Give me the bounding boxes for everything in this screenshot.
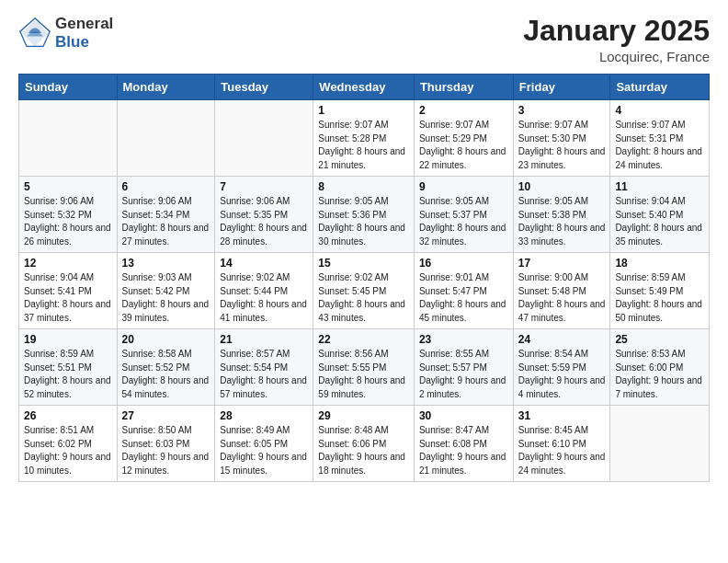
day-number: 19 (24, 333, 112, 346)
day-info: Sunrise: 9:06 AMSunset: 5:34 PMDaylight:… (122, 195, 210, 248)
table-row: 6Sunrise: 9:06 AMSunset: 5:34 PMDaylight… (117, 177, 215, 253)
day-number: 16 (419, 257, 508, 270)
day-info: Sunrise: 8:54 AMSunset: 5:59 PMDaylight:… (518, 348, 606, 401)
calendar-row-2: 12Sunrise: 9:04 AMSunset: 5:41 PMDayligh… (19, 253, 710, 329)
table-row: 19Sunrise: 8:59 AMSunset: 5:51 PMDayligh… (19, 329, 118, 406)
day-number: 9 (419, 180, 508, 193)
day-number: 23 (419, 333, 508, 346)
day-info: Sunrise: 8:58 AMSunset: 5:52 PMDaylight:… (122, 348, 210, 401)
table-row: 28Sunrise: 8:49 AMSunset: 6:05 PMDayligh… (215, 406, 313, 482)
day-number: 29 (318, 409, 409, 422)
table-row: 26Sunrise: 8:51 AMSunset: 6:02 PMDayligh… (19, 406, 118, 482)
day-info: Sunrise: 9:01 AMSunset: 5:47 PMDaylight:… (419, 271, 508, 325)
table-row (19, 100, 118, 177)
day-info: Sunrise: 9:07 AMSunset: 5:28 PMDaylight:… (318, 119, 409, 172)
table-row: 31Sunrise: 8:45 AMSunset: 6:10 PMDayligh… (513, 406, 610, 482)
col-thursday: Thursday (414, 75, 513, 100)
day-info: Sunrise: 8:51 AMSunset: 6:02 PMDaylight:… (24, 424, 112, 477)
day-info: Sunrise: 8:45 AMSunset: 6:10 PMDaylight:… (518, 424, 606, 477)
table-row (215, 100, 313, 177)
col-monday: Monday (117, 75, 215, 100)
day-number: 7 (220, 180, 308, 193)
day-number: 15 (318, 257, 409, 270)
day-info: Sunrise: 8:57 AMSunset: 5:54 PMDaylight:… (220, 348, 308, 401)
day-info: Sunrise: 9:04 AMSunset: 5:40 PMDaylight:… (615, 195, 704, 248)
col-tuesday: Tuesday (215, 75, 313, 100)
title-block: January 2025 Locquirec, France (523, 15, 710, 64)
day-number: 10 (518, 180, 606, 193)
table-row: 27Sunrise: 8:50 AMSunset: 6:03 PMDayligh… (117, 406, 215, 482)
day-number: 30 (419, 409, 508, 422)
page: General Blue January 2025 Locquirec, Fra… (0, 0, 728, 563)
day-info: Sunrise: 8:47 AMSunset: 6:08 PMDaylight:… (419, 424, 508, 477)
table-row: 29Sunrise: 8:48 AMSunset: 6:06 PMDayligh… (313, 406, 415, 482)
table-row: 25Sunrise: 8:53 AMSunset: 6:00 PMDayligh… (610, 329, 710, 406)
calendar-row-4: 26Sunrise: 8:51 AMSunset: 6:02 PMDayligh… (19, 406, 710, 482)
day-info: Sunrise: 9:05 AMSunset: 5:36 PMDaylight:… (318, 195, 409, 248)
table-row: 30Sunrise: 8:47 AMSunset: 6:08 PMDayligh… (414, 406, 513, 482)
table-row: 4Sunrise: 9:07 AMSunset: 5:31 PMDaylight… (610, 100, 710, 177)
day-number: 28 (220, 409, 308, 422)
day-number: 20 (122, 333, 210, 346)
day-info: Sunrise: 9:07 AMSunset: 5:29 PMDaylight:… (419, 119, 508, 172)
calendar-row-0: 1Sunrise: 9:07 AMSunset: 5:28 PMDaylight… (19, 100, 710, 177)
table-row: 22Sunrise: 8:56 AMSunset: 5:55 PMDayligh… (313, 329, 415, 406)
table-row: 13Sunrise: 9:03 AMSunset: 5:42 PMDayligh… (117, 253, 215, 329)
day-number: 11 (615, 180, 704, 193)
calendar-row-3: 19Sunrise: 8:59 AMSunset: 5:51 PMDayligh… (19, 329, 710, 406)
day-info: Sunrise: 9:04 AMSunset: 5:41 PMDaylight:… (24, 271, 112, 325)
table-row (117, 100, 215, 177)
day-info: Sunrise: 9:02 AMSunset: 5:45 PMDaylight:… (318, 271, 409, 325)
day-number: 4 (615, 104, 704, 117)
day-number: 12 (24, 257, 112, 270)
logo-blue: Blue (55, 33, 113, 52)
day-info: Sunrise: 9:05 AMSunset: 5:37 PMDaylight:… (419, 195, 508, 248)
day-info: Sunrise: 9:07 AMSunset: 5:30 PMDaylight:… (518, 119, 606, 172)
table-row: 20Sunrise: 8:58 AMSunset: 5:52 PMDayligh… (117, 329, 215, 406)
day-info: Sunrise: 9:00 AMSunset: 5:48 PMDaylight:… (518, 271, 606, 325)
col-wednesday: Wednesday (313, 75, 415, 100)
day-number: 14 (220, 257, 308, 270)
table-row: 23Sunrise: 8:55 AMSunset: 5:57 PMDayligh… (414, 329, 513, 406)
table-row: 5Sunrise: 9:06 AMSunset: 5:32 PMDaylight… (19, 177, 118, 253)
day-info: Sunrise: 8:49 AMSunset: 6:05 PMDaylight:… (220, 424, 308, 477)
day-info: Sunrise: 8:55 AMSunset: 5:57 PMDaylight:… (419, 348, 508, 401)
calendar-header-row: Sunday Monday Tuesday Wednesday Thursday… (19, 75, 710, 100)
table-row: 18Sunrise: 8:59 AMSunset: 5:49 PMDayligh… (610, 253, 710, 329)
table-row: 3Sunrise: 9:07 AMSunset: 5:30 PMDaylight… (513, 100, 610, 177)
day-number: 22 (318, 333, 409, 346)
day-number: 3 (518, 104, 606, 117)
day-number: 18 (615, 257, 704, 270)
table-row: 15Sunrise: 9:02 AMSunset: 5:45 PMDayligh… (313, 253, 415, 329)
day-info: Sunrise: 9:05 AMSunset: 5:38 PMDaylight:… (518, 195, 606, 248)
table-row: 7Sunrise: 9:06 AMSunset: 5:35 PMDaylight… (215, 177, 313, 253)
col-friday: Friday (513, 75, 610, 100)
day-number: 8 (318, 180, 409, 193)
table-row: 16Sunrise: 9:01 AMSunset: 5:47 PMDayligh… (414, 253, 513, 329)
month-title: January 2025 (523, 15, 710, 47)
day-info: Sunrise: 8:56 AMSunset: 5:55 PMDaylight:… (318, 348, 409, 401)
table-row: 24Sunrise: 8:54 AMSunset: 5:59 PMDayligh… (513, 329, 610, 406)
location: Locquirec, France (523, 49, 710, 64)
table-row: 21Sunrise: 8:57 AMSunset: 5:54 PMDayligh… (215, 329, 313, 406)
day-number: 24 (518, 333, 606, 346)
day-number: 21 (220, 333, 308, 346)
day-number: 2 (419, 104, 508, 117)
day-number: 13 (122, 257, 210, 270)
logo: General Blue (18, 15, 113, 51)
table-row: 1Sunrise: 9:07 AMSunset: 5:28 PMDaylight… (313, 100, 415, 177)
calendar-row-1: 5Sunrise: 9:06 AMSunset: 5:32 PMDaylight… (19, 177, 710, 253)
calendar: Sunday Monday Tuesday Wednesday Thursday… (18, 74, 710, 482)
header: General Blue January 2025 Locquirec, Fra… (18, 15, 710, 64)
day-info: Sunrise: 9:07 AMSunset: 5:31 PMDaylight:… (615, 119, 704, 172)
logo-general: General (55, 15, 113, 33)
day-number: 1 (318, 104, 409, 117)
day-info: Sunrise: 8:53 AMSunset: 6:00 PMDaylight:… (615, 348, 704, 401)
table-row: 14Sunrise: 9:02 AMSunset: 5:44 PMDayligh… (215, 253, 313, 329)
logo-icon (18, 17, 51, 50)
day-info: Sunrise: 9:02 AMSunset: 5:44 PMDaylight:… (220, 271, 308, 325)
day-number: 25 (615, 333, 704, 346)
table-row: 10Sunrise: 9:05 AMSunset: 5:38 PMDayligh… (513, 177, 610, 253)
table-row: 9Sunrise: 9:05 AMSunset: 5:37 PMDaylight… (414, 177, 513, 253)
table-row: 17Sunrise: 9:00 AMSunset: 5:48 PMDayligh… (513, 253, 610, 329)
